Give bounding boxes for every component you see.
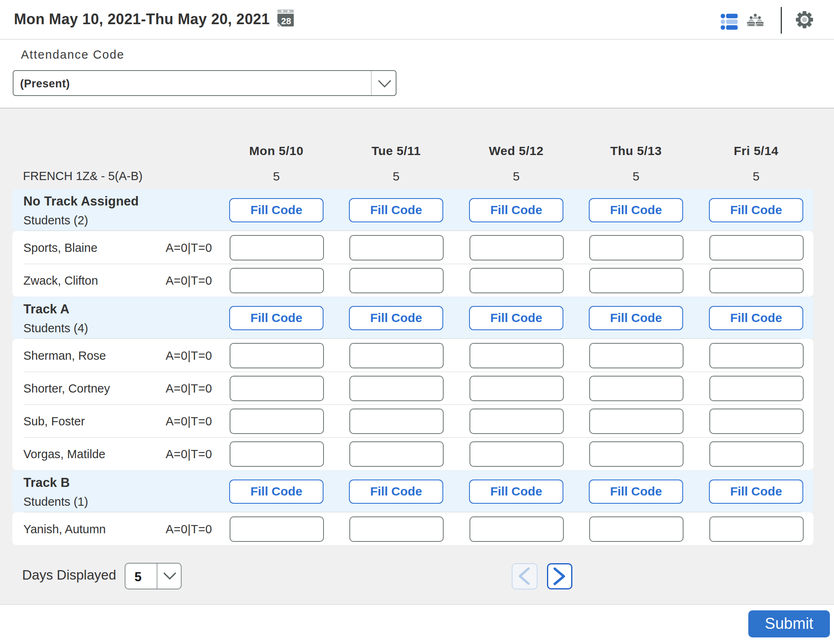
svg-text:28: 28	[281, 16, 291, 26]
